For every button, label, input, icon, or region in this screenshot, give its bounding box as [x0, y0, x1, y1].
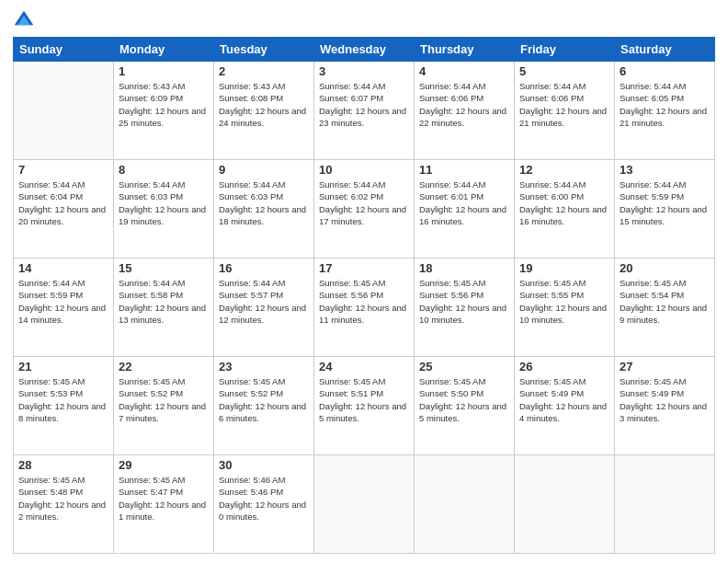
calendar-week-row: 21Sunrise: 5:45 AM Sunset: 5:53 PM Dayli…	[14, 357, 715, 455]
day-info: Sunrise: 5:44 AM Sunset: 6:02 PM Dayligh…	[319, 178, 409, 227]
day-info: Sunrise: 5:45 AM Sunset: 5:55 PM Dayligh…	[519, 277, 609, 326]
calendar-cell: 19Sunrise: 5:45 AM Sunset: 5:55 PM Dayli…	[515, 259, 615, 357]
calendar-cell: 7Sunrise: 5:44 AM Sunset: 6:04 PM Daylig…	[14, 160, 114, 259]
day-number: 20	[620, 261, 710, 275]
day-info: Sunrise: 5:44 AM Sunset: 5:58 PM Dayligh…	[119, 277, 209, 326]
calendar-cell: 13Sunrise: 5:44 AM Sunset: 5:59 PM Dayli…	[615, 160, 715, 259]
calendar-cell: 9Sunrise: 5:44 AM Sunset: 6:03 PM Daylig…	[214, 160, 314, 259]
calendar-day-header: Monday	[114, 38, 214, 62]
calendar-day-header: Tuesday	[214, 38, 314, 62]
day-info: Sunrise: 5:44 AM Sunset: 6:06 PM Dayligh…	[519, 80, 609, 129]
calendar-week-row: 28Sunrise: 5:45 AM Sunset: 5:48 PM Dayli…	[14, 455, 715, 554]
day-number: 21	[18, 360, 108, 373]
calendar-header-row: SundayMondayTuesdayWednesdayThursdayFrid…	[14, 38, 715, 62]
day-number: 16	[219, 261, 309, 275]
day-info: Sunrise: 5:46 AM Sunset: 5:46 PM Dayligh…	[219, 474, 309, 523]
day-info: Sunrise: 5:45 AM Sunset: 5:54 PM Dayligh…	[620, 277, 710, 326]
day-number: 19	[519, 261, 609, 275]
day-info: Sunrise: 5:44 AM Sunset: 5:59 PM Dayligh…	[18, 277, 108, 326]
calendar-cell: 6Sunrise: 5:44 AM Sunset: 6:05 PM Daylig…	[615, 62, 715, 160]
day-info: Sunrise: 5:44 AM Sunset: 6:01 PM Dayligh…	[419, 178, 509, 227]
day-info: Sunrise: 5:45 AM Sunset: 5:50 PM Dayligh…	[419, 375, 509, 424]
day-info: Sunrise: 5:44 AM Sunset: 6:00 PM Dayligh…	[519, 178, 609, 227]
day-number: 10	[319, 163, 409, 177]
calendar-cell: 20Sunrise: 5:45 AM Sunset: 5:54 PM Dayli…	[615, 259, 715, 357]
day-number: 25	[419, 360, 509, 373]
day-info: Sunrise: 5:45 AM Sunset: 5:49 PM Dayligh…	[519, 375, 609, 424]
day-info: Sunrise: 5:45 AM Sunset: 5:52 PM Dayligh…	[219, 375, 309, 424]
calendar-cell: 21Sunrise: 5:45 AM Sunset: 5:53 PM Dayli…	[14, 357, 114, 455]
day-number: 29	[119, 458, 209, 472]
day-info: Sunrise: 5:44 AM Sunset: 5:59 PM Dayligh…	[620, 178, 710, 227]
day-info: Sunrise: 5:45 AM Sunset: 5:51 PM Dayligh…	[319, 375, 409, 424]
calendar-cell: 16Sunrise: 5:44 AM Sunset: 5:57 PM Dayli…	[214, 259, 314, 357]
calendar-cell: 28Sunrise: 5:45 AM Sunset: 5:48 PM Dayli…	[14, 455, 114, 554]
calendar-cell: 5Sunrise: 5:44 AM Sunset: 6:06 PM Daylig…	[515, 62, 615, 160]
day-info: Sunrise: 5:44 AM Sunset: 6:03 PM Dayligh…	[219, 178, 309, 227]
day-number: 1	[119, 64, 209, 78]
calendar-cell: 15Sunrise: 5:44 AM Sunset: 5:58 PM Dayli…	[114, 259, 214, 357]
day-info: Sunrise: 5:45 AM Sunset: 5:56 PM Dayligh…	[419, 277, 509, 326]
day-info: Sunrise: 5:43 AM Sunset: 6:08 PM Dayligh…	[219, 80, 309, 129]
day-number: 30	[219, 458, 309, 472]
calendar-cell: 10Sunrise: 5:44 AM Sunset: 6:02 PM Dayli…	[314, 160, 415, 259]
calendar-week-row: 1Sunrise: 5:43 AM Sunset: 6:09 PM Daylig…	[14, 62, 715, 160]
calendar-cell: 14Sunrise: 5:44 AM Sunset: 5:59 PM Dayli…	[14, 259, 114, 357]
day-info: Sunrise: 5:45 AM Sunset: 5:49 PM Dayligh…	[620, 375, 710, 424]
day-info: Sunrise: 5:44 AM Sunset: 6:03 PM Dayligh…	[119, 178, 209, 227]
header	[13, 9, 715, 31]
calendar-table: SundayMondayTuesdayWednesdayThursdayFrid…	[13, 37, 715, 554]
day-info: Sunrise: 5:44 AM Sunset: 6:07 PM Dayligh…	[319, 80, 409, 129]
calendar-cell: 23Sunrise: 5:45 AM Sunset: 5:52 PM Dayli…	[214, 357, 314, 455]
calendar-week-row: 14Sunrise: 5:44 AM Sunset: 5:59 PM Dayli…	[14, 259, 715, 357]
day-number: 13	[620, 163, 710, 177]
day-number: 26	[519, 360, 609, 373]
day-number: 5	[519, 64, 609, 78]
calendar-day-header: Saturday	[615, 38, 715, 62]
logo-icon	[13, 9, 35, 31]
day-number: 14	[18, 261, 108, 275]
logo	[13, 9, 39, 31]
calendar-cell: 4Sunrise: 5:44 AM Sunset: 6:06 PM Daylig…	[415, 62, 515, 160]
day-number: 3	[319, 64, 409, 78]
calendar-cell	[314, 455, 415, 554]
day-number: 2	[219, 64, 309, 78]
day-number: 4	[419, 64, 509, 78]
day-number: 15	[119, 261, 209, 275]
day-number: 28	[18, 458, 108, 472]
calendar-cell	[615, 455, 715, 554]
calendar-cell: 8Sunrise: 5:44 AM Sunset: 6:03 PM Daylig…	[114, 160, 214, 259]
day-number: 22	[119, 360, 209, 373]
day-number: 27	[620, 360, 710, 373]
calendar-cell	[14, 62, 114, 160]
day-number: 7	[18, 163, 108, 177]
calendar-cell: 18Sunrise: 5:45 AM Sunset: 5:56 PM Dayli…	[415, 259, 515, 357]
day-info: Sunrise: 5:45 AM Sunset: 5:47 PM Dayligh…	[119, 474, 209, 523]
day-info: Sunrise: 5:45 AM Sunset: 5:53 PM Dayligh…	[18, 375, 108, 424]
day-number: 18	[419, 261, 509, 275]
day-info: Sunrise: 5:44 AM Sunset: 6:06 PM Dayligh…	[419, 80, 509, 129]
day-number: 12	[519, 163, 609, 177]
calendar-cell: 26Sunrise: 5:45 AM Sunset: 5:49 PM Dayli…	[515, 357, 615, 455]
page: SundayMondayTuesdayWednesdayThursdayFrid…	[0, 0, 728, 563]
calendar-week-row: 7Sunrise: 5:44 AM Sunset: 6:04 PM Daylig…	[14, 160, 715, 259]
calendar-cell: 17Sunrise: 5:45 AM Sunset: 5:56 PM Dayli…	[314, 259, 415, 357]
calendar-cell: 29Sunrise: 5:45 AM Sunset: 5:47 PM Dayli…	[114, 455, 214, 554]
day-number: 6	[620, 64, 710, 78]
calendar-cell: 25Sunrise: 5:45 AM Sunset: 5:50 PM Dayli…	[415, 357, 515, 455]
calendar-day-header: Wednesday	[314, 38, 415, 62]
calendar-cell: 12Sunrise: 5:44 AM Sunset: 6:00 PM Dayli…	[515, 160, 615, 259]
day-info: Sunrise: 5:44 AM Sunset: 5:57 PM Dayligh…	[219, 277, 309, 326]
calendar-cell: 30Sunrise: 5:46 AM Sunset: 5:46 PM Dayli…	[214, 455, 314, 554]
calendar-day-header: Thursday	[415, 38, 515, 62]
day-info: Sunrise: 5:45 AM Sunset: 5:56 PM Dayligh…	[319, 277, 409, 326]
calendar-cell: 3Sunrise: 5:44 AM Sunset: 6:07 PM Daylig…	[314, 62, 415, 160]
day-number: 9	[219, 163, 309, 177]
calendar-cell: 24Sunrise: 5:45 AM Sunset: 5:51 PM Dayli…	[314, 357, 415, 455]
calendar-cell: 2Sunrise: 5:43 AM Sunset: 6:08 PM Daylig…	[214, 62, 314, 160]
calendar-cell	[415, 455, 515, 554]
day-number: 11	[419, 163, 509, 177]
day-number: 24	[319, 360, 409, 373]
calendar-cell: 22Sunrise: 5:45 AM Sunset: 5:52 PM Dayli…	[114, 357, 214, 455]
calendar-cell: 1Sunrise: 5:43 AM Sunset: 6:09 PM Daylig…	[114, 62, 214, 160]
